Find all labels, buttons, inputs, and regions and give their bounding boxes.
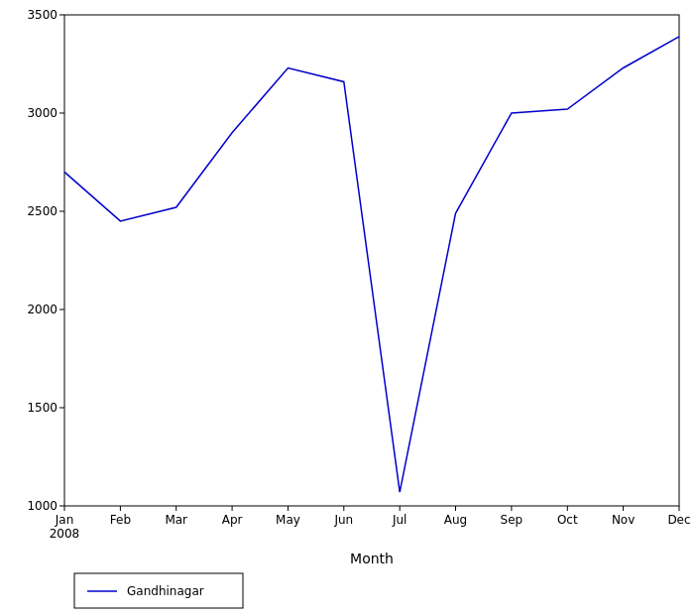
x-axis-label: Month [350, 551, 394, 566]
legend-label: Gandhinagar [127, 584, 204, 598]
x-tick-mar: Mar [165, 513, 187, 527]
x-tick-sep: Sep [501, 513, 523, 527]
x-tick-may: May [276, 513, 300, 527]
x-tick-jan: Jan [55, 513, 74, 527]
x-tick-apr: Apr [222, 513, 243, 527]
y-tick-1500: 1500 [27, 401, 58, 415]
y-tick-2000: 2000 [27, 303, 58, 316]
y-tick-2500: 2500 [27, 204, 58, 218]
x-tick-jul: Jul [392, 513, 407, 527]
x-tick-2008: 2008 [50, 527, 80, 541]
x-tick-jun: Jun [333, 513, 353, 527]
x-tick-feb: Feb [110, 513, 131, 527]
y-tick-3500: 3500 [27, 8, 58, 22]
x-tick-nov: Nov [612, 513, 635, 527]
chart-container: 1000 1500 2000 2500 3000 3500 Jan 2008 F… [0, 0, 697, 616]
y-tick-1000: 1000 [27, 499, 58, 513]
x-tick-dec: Dec [667, 513, 690, 527]
svg-rect-0 [64, 15, 679, 506]
x-tick-aug: Aug [444, 513, 467, 527]
x-tick-oct: Oct [557, 513, 578, 527]
y-tick-3000: 3000 [27, 106, 58, 120]
